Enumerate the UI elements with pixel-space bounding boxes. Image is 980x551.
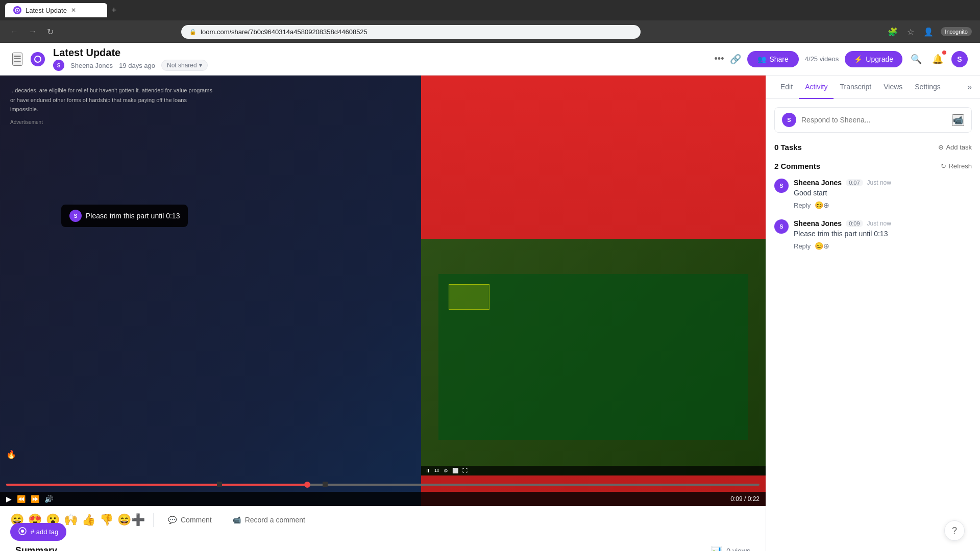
reaction-clap[interactable]: 🙌 <box>64 513 78 527</box>
video-popup-comment: S Please trim this part until 0:13 <box>61 205 188 227</box>
comment-body-2: Sheena Jones 0:09 Just now Please trim t… <box>794 219 972 250</box>
hamburger-button[interactable]: ☰ <box>12 53 22 66</box>
reaction-bar: 😄 😍 😮 🙌 👍 👎 😄➕ 💬 Comment 📹 <box>0 506 766 533</box>
comment-text-1: Good start <box>794 189 972 197</box>
help-icon: ? <box>952 525 957 536</box>
comment-time-badge-2[interactable]: 0:09 <box>846 220 863 227</box>
copy-link-button[interactable]: 🔗 <box>730 54 741 65</box>
url-bar[interactable]: 🔒 loom.com/share/7b0c9640314a45809208358… <box>181 25 641 39</box>
comment-button[interactable]: 💬 Comment <box>162 513 218 527</box>
video-progress-bar[interactable] <box>6 484 760 486</box>
volume-button[interactable]: 🔊 <box>44 495 53 503</box>
fire-icon: 🔥 <box>6 449 16 459</box>
extensions-button[interactable]: 🧩 <box>886 25 900 39</box>
more-options-button[interactable]: ••• <box>715 54 724 64</box>
search-button[interactable]: 🔍 <box>909 52 924 67</box>
secondary-video-controls: ⏸ 1x ⚙ ⬜ ⛶ <box>421 466 766 475</box>
comment-avatar-2: S <box>774 219 789 234</box>
incognito-badge: Incognito <box>941 27 972 36</box>
comment-when-2: Just now <box>867 220 891 227</box>
help-button[interactable]: ? <box>944 520 965 541</box>
tab-transcript[interactable]: Transcript <box>834 76 877 99</box>
comment-time-badge-1[interactable]: 0:07 <box>846 179 863 186</box>
header-meta: S Sheena Jones 19 days ago Not shared ▾ <box>53 60 208 71</box>
tag-bar[interactable]: # add tag <box>10 523 66 541</box>
video-progress-area: 🔥 <box>0 484 766 486</box>
notification-dot <box>942 51 946 55</box>
publish-date: 19 days ago <box>119 62 155 69</box>
left-panel: ...decades, are eligible for relief but … <box>0 76 766 551</box>
lock-icon: 🔒 <box>189 29 197 35</box>
popup-avatar: S <box>69 210 82 222</box>
reply-button-2[interactable]: Reply <box>794 242 811 250</box>
right-panel: Edit Activity Transcript Views Settings … <box>766 76 980 551</box>
time-display: 0:09 / 0:22 <box>730 495 760 503</box>
forward-button[interactable]: → <box>27 25 39 38</box>
new-tab-button[interactable]: + <box>111 5 117 16</box>
author-avatar: S <box>53 60 64 71</box>
comment-author-2: Sheena Jones <box>794 219 842 228</box>
summary-views-row: Summary Add a summary... 📊 0 views View … <box>15 545 750 551</box>
tag-label: # add tag <box>31 528 58 536</box>
respond-input[interactable] <box>801 116 947 124</box>
secondary-speed-label: 1x <box>434 468 439 473</box>
record-icon: 📹 <box>232 516 241 524</box>
add-task-button[interactable]: ⊕ Add task <box>938 143 972 151</box>
comment-author-1: Sheena Jones <box>794 179 842 187</box>
sharing-status-badge[interactable]: Not shared ▾ <box>161 60 208 71</box>
comment-actions-1: Reply 😊⊕ <box>794 201 972 209</box>
bookmark-button[interactable]: ☆ <box>905 25 916 39</box>
comments-section: 2 Comments ↻ Refresh S Sheena Jones 0:07 <box>774 162 972 250</box>
header-title-area: Latest Update S Sheena Jones 19 days ago… <box>53 47 208 71</box>
record-comment-button[interactable]: 📹 Record a comment <box>226 513 311 527</box>
summary-title: Summary <box>15 545 687 551</box>
tab-activity[interactable]: Activity <box>799 76 834 99</box>
secondary-video: CLOSE ✕ ⏸ 1x ⚙ ⬜ ⛶ <box>421 239 766 475</box>
comment-item: S Sheena Jones 0:07 Just now Good start … <box>774 179 972 209</box>
tab-edit[interactable]: Edit <box>774 76 799 99</box>
reload-button[interactable]: ↻ <box>45 25 56 39</box>
reply-button-1[interactable]: Reply <box>794 202 811 209</box>
views-row: 📊 0 views <box>711 545 750 551</box>
tab-views[interactable]: Views <box>877 76 909 99</box>
progress-fill <box>6 484 307 486</box>
reaction-thumbsdown[interactable]: 👎 <box>100 513 113 527</box>
tab-close-icon[interactable]: ✕ <box>71 7 76 14</box>
secondary-screen-button[interactable]: ⬜ <box>452 468 458 473</box>
video-area-inner: ...decades, are eligible for relief but … <box>0 76 766 506</box>
browser-tab[interactable]: Latest Update ✕ <box>5 3 107 17</box>
emoji-react-button-2[interactable]: 😊⊕ <box>815 242 829 250</box>
secondary-fullscreen-button[interactable]: ⛶ <box>462 468 468 473</box>
secondary-play-button[interactable]: ⏸ <box>425 468 430 473</box>
upgrade-button[interactable]: ⚡ Upgrade <box>845 51 902 67</box>
author-name: Sheena Jones <box>70 62 113 69</box>
video-area[interactable]: ...decades, are eligible for relief but … <box>0 76 766 506</box>
progress-marker-1 <box>217 482 222 487</box>
fast-forward-button[interactable]: ⏩ <box>31 495 39 503</box>
tabs-more-button[interactable]: » <box>967 83 972 92</box>
total-time: 0:22 <box>748 495 760 503</box>
activity-panel: S 📹 0 Tasks ⊕ Add task <box>766 99 980 551</box>
back-button[interactable]: ← <box>8 25 20 38</box>
secondary-video-scene <box>438 274 749 440</box>
rewind-button[interactable]: ⏪ <box>17 495 26 503</box>
refresh-button[interactable]: ↻ Refresh <box>941 162 972 170</box>
app-header: ☰ Latest Update S Sheena Jones 19 days a… <box>0 43 980 76</box>
reaction-add[interactable]: 😄➕ <box>117 513 145 527</box>
play-button[interactable]: ▶ <box>6 495 12 503</box>
comment-label: Comment <box>181 516 212 524</box>
emoji-react-button-1[interactable]: 😊⊕ <box>815 201 829 209</box>
share-button[interactable]: 👥 Share <box>747 51 798 67</box>
separator <box>153 513 154 527</box>
time-separator: / <box>744 495 748 503</box>
comments-title: 2 Comments <box>774 162 820 170</box>
tab-favicon <box>13 6 21 14</box>
profile-button[interactable]: 👤 <box>921 25 936 39</box>
reaction-thumbsup[interactable]: 👍 <box>82 513 95 527</box>
notification-wrapper: 🔔 <box>930 52 945 67</box>
secondary-settings-button[interactable]: ⚙ <box>444 468 448 473</box>
video-respond-button[interactable]: 📹 <box>952 114 964 126</box>
panel-tabs: Edit Activity Transcript Views Settings … <box>766 76 980 99</box>
tab-settings[interactable]: Settings <box>909 76 947 99</box>
user-avatar[interactable]: S <box>951 51 968 67</box>
